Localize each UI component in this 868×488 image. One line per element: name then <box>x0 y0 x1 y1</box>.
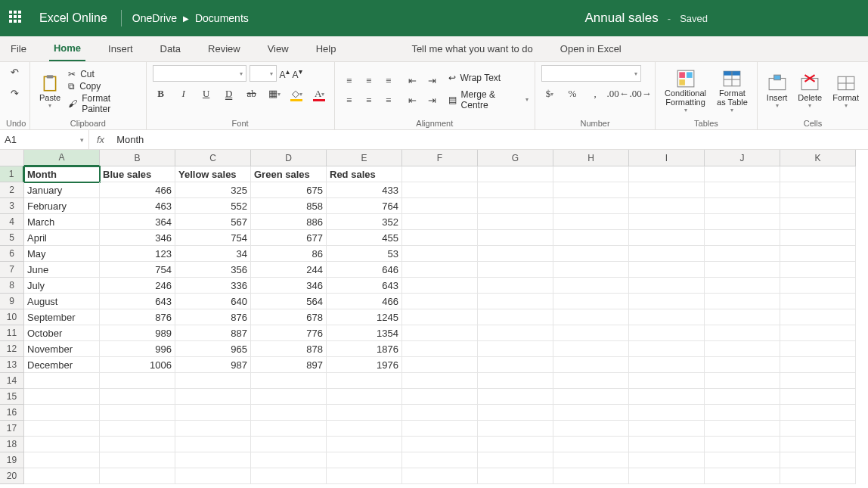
cell-J18[interactable] <box>705 437 780 452</box>
cell-H9[interactable] <box>553 294 629 309</box>
cell-F8[interactable] <box>402 278 478 294</box>
column-header-F[interactable]: F <box>402 150 478 166</box>
cell-J20[interactable] <box>705 468 780 484</box>
tell-me-field[interactable]: Tell me what you want to do <box>407 36 537 61</box>
decrease-indent-button[interactable]: ⇤ <box>405 73 421 89</box>
cell-D10[interactable]: 678 <box>251 309 327 325</box>
cell-K14[interactable] <box>780 373 856 389</box>
cell-G18[interactable] <box>478 437 553 452</box>
cell-D3[interactable]: 858 <box>251 198 327 214</box>
increase-indent-button[interactable]: ⇥ <box>424 73 441 89</box>
row-header-15[interactable]: 15 <box>0 389 24 405</box>
row-header-6[interactable]: 6 <box>0 246 24 262</box>
cell-D9[interactable]: 564 <box>251 294 327 309</box>
cell-I16[interactable] <box>629 405 705 421</box>
cell-I7[interactable] <box>629 262 705 278</box>
cell-K2[interactable] <box>780 182 856 198</box>
cell-B9[interactable]: 643 <box>100 294 175 309</box>
cell-E18[interactable] <box>327 437 402 452</box>
cell-I20[interactable] <box>629 468 705 484</box>
breadcrumb-documents[interactable]: Documents <box>195 12 249 24</box>
cell-K12[interactable] <box>780 341 856 357</box>
strikethrough-button[interactable]: ab <box>243 86 260 101</box>
worksheet-grid[interactable]: ABCDEFGHIJK1MonthBlue salesYellow salesG… <box>0 150 868 484</box>
cell-H12[interactable] <box>553 341 629 357</box>
cell-B2[interactable]: 466 <box>100 182 175 198</box>
cell-K15[interactable] <box>780 389 856 405</box>
cell-F3[interactable] <box>402 198 478 214</box>
cell-K4[interactable] <box>780 214 856 230</box>
cell-F16[interactable] <box>402 405 478 421</box>
cell-D1[interactable]: Green sales <box>251 166 327 182</box>
select-all-corner[interactable] <box>0 150 24 166</box>
cell-C4[interactable]: 567 <box>175 214 251 230</box>
row-header-3[interactable]: 3 <box>0 198 24 214</box>
cell-D2[interactable]: 675 <box>251 182 327 198</box>
cell-A8[interactable]: July <box>24 278 100 294</box>
cell-F12[interactable] <box>402 341 478 357</box>
cell-F6[interactable] <box>402 246 478 262</box>
cell-B6[interactable]: 123 <box>100 246 175 262</box>
cell-G8[interactable] <box>478 278 553 294</box>
cell-J8[interactable] <box>705 278 780 294</box>
cell-H5[interactable] <box>553 230 629 246</box>
cell-E20[interactable] <box>327 468 402 484</box>
cell-A14[interactable] <box>24 373 100 389</box>
borders-button[interactable]: ▦ <box>266 86 283 101</box>
row-header-19[interactable]: 19 <box>0 452 24 468</box>
cell-C13[interactable]: 987 <box>175 357 251 373</box>
row-header-10[interactable]: 10 <box>0 309 24 325</box>
cell-H16[interactable] <box>553 405 629 421</box>
cell-D13[interactable]: 897 <box>251 357 327 373</box>
cell-A1[interactable]: Month <box>24 166 100 182</box>
cell-C8[interactable]: 336 <box>175 278 251 294</box>
cell-C6[interactable]: 34 <box>175 246 251 262</box>
format-as-table-button[interactable]: Formatas Table <box>714 67 751 115</box>
cell-J3[interactable] <box>705 198 780 214</box>
cell-G19[interactable] <box>478 452 553 468</box>
cell-D11[interactable]: 776 <box>251 325 327 341</box>
cell-D14[interactable] <box>251 373 327 389</box>
cell-I13[interactable] <box>629 357 705 373</box>
document-title[interactable]: Annual sales <box>584 11 658 26</box>
cell-A9[interactable]: August <box>24 294 100 309</box>
tab-help[interactable]: Help <box>312 36 341 61</box>
cell-E1[interactable]: Red sales <box>327 166 402 182</box>
cell-E3[interactable]: 764 <box>327 198 402 214</box>
cell-D4[interactable]: 886 <box>251 214 327 230</box>
cell-K5[interactable] <box>780 230 856 246</box>
cell-J9[interactable] <box>705 294 780 309</box>
cell-A17[interactable] <box>24 421 100 437</box>
cell-J12[interactable] <box>705 341 780 357</box>
cell-A12[interactable]: November <box>24 341 100 357</box>
cell-H11[interactable] <box>553 325 629 341</box>
align-left-button[interactable]: ≡ <box>341 93 358 108</box>
cell-J1[interactable] <box>705 166 780 182</box>
tab-insert[interactable]: Insert <box>104 36 138 61</box>
cell-F19[interactable] <box>402 452 478 468</box>
cell-H7[interactable] <box>553 262 629 278</box>
column-header-D[interactable]: D <box>251 150 327 166</box>
decrease-font-button[interactable]: A▾ <box>293 67 302 80</box>
cell-K19[interactable] <box>780 452 856 468</box>
cell-D5[interactable]: 677 <box>251 230 327 246</box>
tab-view[interactable]: View <box>263 36 293 61</box>
cell-K16[interactable] <box>780 405 856 421</box>
conditional-formatting-button[interactable]: ConditionalFormatting <box>662 67 709 115</box>
font-size-select[interactable] <box>250 65 277 82</box>
cell-B15[interactable] <box>100 389 175 405</box>
cell-J6[interactable] <box>705 246 780 262</box>
fx-icon[interactable]: fx <box>89 134 112 145</box>
comma-format-button[interactable]: , <box>587 86 603 101</box>
cell-B13[interactable]: 1006 <box>100 357 175 373</box>
cell-J11[interactable] <box>705 325 780 341</box>
cell-G11[interactable] <box>478 325 553 341</box>
column-header-C[interactable]: C <box>175 150 251 166</box>
cell-J14[interactable] <box>705 373 780 389</box>
column-header-J[interactable]: J <box>705 150 780 166</box>
cell-J15[interactable] <box>705 389 780 405</box>
cell-C17[interactable] <box>175 421 251 437</box>
cell-K10[interactable] <box>780 309 856 325</box>
cell-G14[interactable] <box>478 373 553 389</box>
cell-F1[interactable] <box>402 166 478 182</box>
